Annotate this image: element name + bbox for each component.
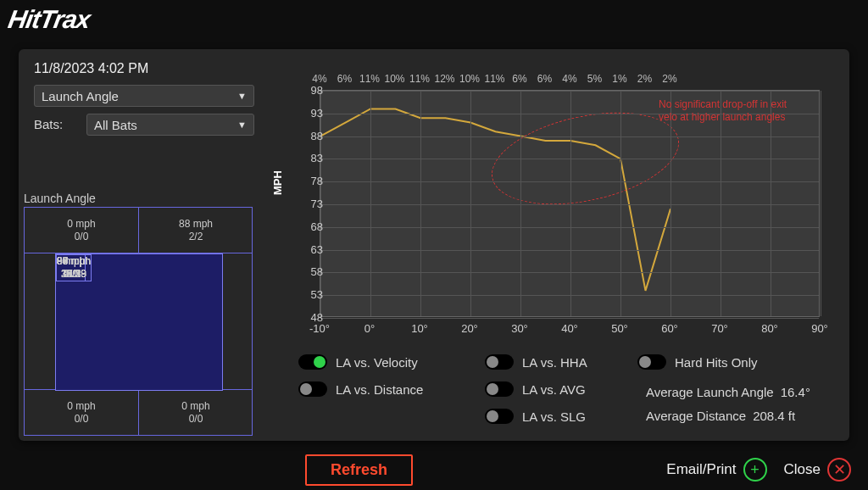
zone-top-left: 0 mph0/0 <box>25 208 138 253</box>
zone-bot-left: 0 mph0/0 <box>25 389 138 435</box>
chevron-down-icon: ▼ <box>237 120 247 130</box>
top-pct-label: 10% <box>459 73 480 85</box>
switch-icon <box>485 381 514 397</box>
top-pct-label: 4% <box>312 73 326 85</box>
x-tick: 70° <box>711 322 728 335</box>
top-pct-label: 6% <box>512 73 526 85</box>
toggle-la-velocity[interactable]: LA vs. Velocity <box>298 354 418 370</box>
switch-icon <box>485 354 514 370</box>
toggle-la-hha[interactable]: LA vs. HHA <box>485 354 587 370</box>
x-tick: 80° <box>761 322 778 335</box>
session-timestamp: 11/8/2023 4:02 PM <box>34 61 148 76</box>
y-tick: 88 <box>298 129 323 142</box>
x-tick: 0° <box>364 322 375 335</box>
switch-icon <box>637 354 666 370</box>
y-tick: 58 <box>298 265 323 278</box>
app-logo: HitTrax <box>6 5 92 34</box>
refresh-button[interactable]: Refresh <box>305 454 413 486</box>
zone-bot-right: 0 mph0/0 <box>138 389 253 435</box>
chart-plot-area <box>320 90 820 317</box>
top-pct-label: 11% <box>484 73 504 85</box>
bats-label: Bats: <box>34 117 63 131</box>
close-icon: ✕ <box>827 458 851 482</box>
plus-icon: + <box>743 458 767 482</box>
top-pct-label: 11% <box>359 73 380 85</box>
y-tick: 83 <box>298 152 323 164</box>
switch-icon <box>485 409 514 424</box>
close-button[interactable]: Close ✕ <box>784 458 851 482</box>
top-pct-label: 10% <box>384 73 404 85</box>
x-tick: 50° <box>611 322 628 335</box>
zone-inner-grid: 0 mph1/1 89 mph18/19 90 mph25/28 0 mph0/… <box>55 253 223 391</box>
switch-icon <box>298 354 327 370</box>
top-pct-label: 1% <box>612 73 626 85</box>
top-pct-label: 2% <box>662 73 676 85</box>
toggle-hard-hits[interactable]: Hard Hits Only <box>637 354 758 370</box>
x-tick: 60° <box>661 322 678 335</box>
top-pct-label: 4% <box>562 73 576 85</box>
main-panel: 11/8/2023 4:02 PM Launch Angle ▼ Bats: A… <box>19 49 849 441</box>
y-tick: 73 <box>298 198 323 210</box>
strike-zone-grid: 0 mph0/0 88 mph2/2 0 mph0/0 0 mph0/0 0 m… <box>24 207 253 436</box>
y-tick: 53 <box>298 288 323 301</box>
top-pct-label: 11% <box>409 73 430 85</box>
bats-dropdown-label: All Bats <box>94 118 137 132</box>
top-pct-label: 6% <box>337 73 352 85</box>
x-tick: 90° <box>811 322 828 335</box>
x-tick: -10° <box>309 322 330 335</box>
chart-ylabel: MPH <box>271 170 284 195</box>
top-pct-label: 5% <box>587 73 602 85</box>
x-tick: 40° <box>561 322 578 335</box>
metric-dropdown-label: Launch Angle <box>42 89 119 103</box>
y-tick: 98 <box>298 84 323 97</box>
stat-avg-dist: Average Distance208.4 ft <box>646 409 795 423</box>
toggle-la-slg[interactable]: LA vs. SLG <box>485 409 586 424</box>
x-tick: 30° <box>511 322 528 335</box>
zone-title: Launch Angle <box>24 192 96 205</box>
y-tick: 78 <box>298 175 323 187</box>
y-tick: 68 <box>298 220 323 232</box>
stat-avg-la: Average Launch Angle16.4° <box>646 385 810 399</box>
switch-icon <box>298 381 327 397</box>
toggle-la-avg[interactable]: LA vs. AVG <box>485 381 586 397</box>
top-pct-label: 2% <box>637 73 652 85</box>
bottom-bar: Refresh Email/Print + Close ✕ <box>0 449 868 490</box>
y-tick: 63 <box>298 242 323 255</box>
x-tick: 10° <box>411 322 428 335</box>
zone-cell: 94 mph2/3 <box>56 254 92 281</box>
annotation-text: No significant drop-off in exit velo at … <box>659 98 803 124</box>
top-pct-label: 12% <box>434 73 454 85</box>
metric-dropdown[interactable]: Launch Angle ▼ <box>34 85 254 107</box>
top-pct-label: 6% <box>537 73 552 85</box>
y-tick: 93 <box>298 106 323 119</box>
x-tick: 20° <box>461 322 478 335</box>
email-print-button[interactable]: Email/Print + <box>666 458 766 482</box>
zone-top-right: 88 mph2/2 <box>138 208 253 253</box>
la-chart: MPH No significant drop-off in exit velo… <box>277 59 833 348</box>
bats-dropdown[interactable]: All Bats ▼ <box>86 114 254 136</box>
chevron-down-icon: ▼ <box>237 91 247 101</box>
toggle-la-distance[interactable]: LA vs. Distance <box>298 381 423 397</box>
